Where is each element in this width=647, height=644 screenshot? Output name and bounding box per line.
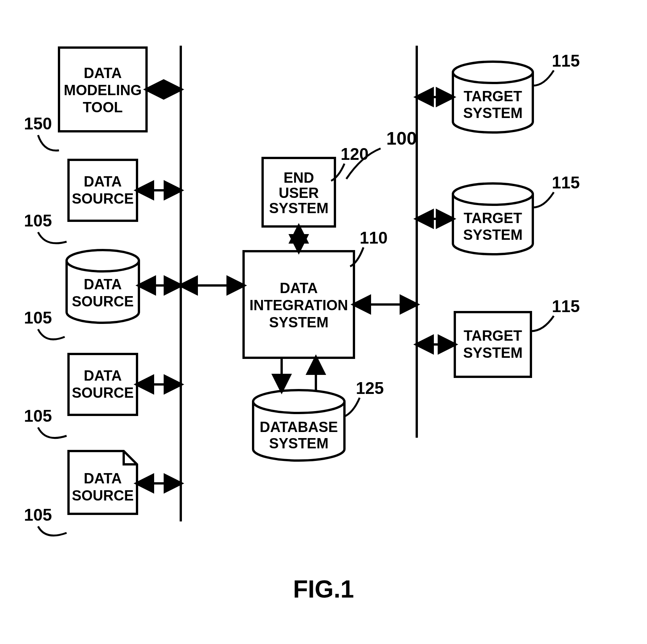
ds4-l1: DATA xyxy=(84,470,122,486)
ref-115-3: 115 xyxy=(552,297,580,316)
eus-l2: USER xyxy=(279,185,319,201)
ts3-l2: SYSTEM xyxy=(463,345,523,361)
db-l2: SYSTEM xyxy=(269,435,328,451)
ref-105-3: 105 xyxy=(24,406,52,425)
dis-l3: SYSTEM xyxy=(269,314,328,330)
target-system-3 xyxy=(455,312,531,377)
figure-label: FIG.1 xyxy=(293,575,354,603)
ds4-l2: SOURCE xyxy=(72,488,134,504)
ref-120: 120 xyxy=(341,145,368,163)
ref-105-4: 105 xyxy=(24,505,52,524)
svg-point-1 xyxy=(67,250,139,271)
ts1-l2: SYSTEM xyxy=(463,105,523,121)
ds1-l2: SOURCE xyxy=(72,191,134,207)
dis-l1: DATA xyxy=(280,280,318,296)
svg-point-5 xyxy=(453,183,533,205)
data-modeling-tool-l1: DATA xyxy=(84,65,122,81)
ref-100: 100 xyxy=(386,128,417,148)
ts3-l1: TARGET xyxy=(464,328,522,344)
ds1-l1: DATA xyxy=(84,174,122,190)
ref-150: 150 xyxy=(24,114,52,133)
data-source-3 xyxy=(69,354,137,415)
ds3-l2: SOURCE xyxy=(72,385,134,401)
diagram: 100 DATA MODELING TOOL 150 DATA SOURCE 1… xyxy=(0,0,647,644)
data-source-1 xyxy=(69,160,137,221)
ref-105-1: 105 xyxy=(24,211,52,230)
data-modeling-tool-l2: MODELING xyxy=(64,82,142,98)
db-l1: DATABASE xyxy=(260,419,338,435)
ref-110: 110 xyxy=(360,228,387,247)
eus-l3: SYSTEM xyxy=(269,200,328,216)
ds3-l1: DATA xyxy=(84,368,122,384)
ts1-l1: TARGET xyxy=(464,88,522,104)
eus-l1: END xyxy=(284,170,314,186)
ref-105-2: 105 xyxy=(24,308,52,327)
dis-l2: INTEGRATION xyxy=(250,297,348,313)
ds2-l1: DATA xyxy=(84,276,122,292)
svg-point-4 xyxy=(453,62,533,83)
ts2-l1: TARGET xyxy=(464,210,522,226)
ref-115-2: 115 xyxy=(552,173,580,192)
svg-point-2 xyxy=(253,390,344,413)
ref-125: 125 xyxy=(356,379,384,397)
data-modeling-tool-l3: TOOL xyxy=(83,99,123,115)
ref-115-1: 115 xyxy=(552,51,580,70)
ds2-l2: SOURCE xyxy=(72,293,134,309)
ts2-l2: SYSTEM xyxy=(463,227,523,243)
